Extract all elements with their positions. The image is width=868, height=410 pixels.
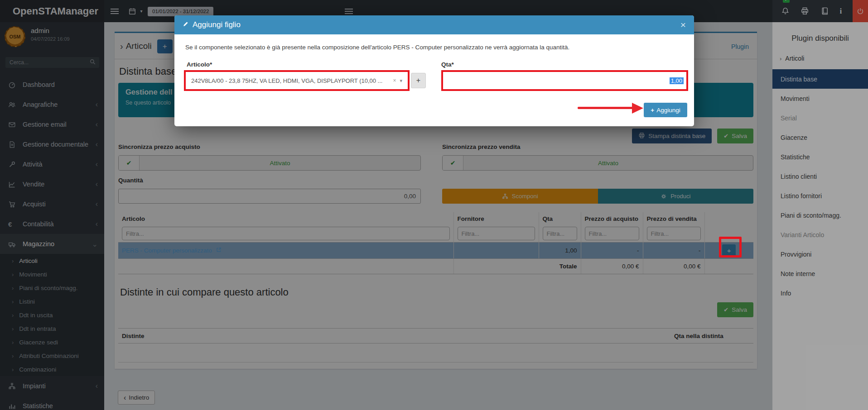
modal-backdrop-right: [772, 0, 868, 410]
modal-header: Aggiungi figlio ×: [174, 15, 694, 34]
pencil-icon: [183, 21, 189, 29]
modal-message: Se il componente selezionato è già prese…: [185, 44, 569, 51]
aggiungi-figlio-modal: Aggiungi figlio × Se il componente selez…: [174, 15, 694, 126]
articolo-select[interactable]: 242V8LA/00 - 23,8 75HZ, VA LED, HDMI, VG…: [184, 70, 410, 91]
select-caret-icon: ▾: [400, 78, 402, 84]
aggiungi-label: Aggiungi: [656, 107, 680, 114]
plus-icon: +: [651, 107, 654, 114]
qta-input-value: 1,00: [670, 77, 684, 84]
new-article-button[interactable]: +: [411, 73, 426, 88]
annotation-arrow-line: [578, 107, 633, 109]
clear-selection-icon[interactable]: ×: [393, 77, 396, 84]
qta-label: Qta*: [441, 61, 454, 68]
modal-title: Aggiungi figlio: [193, 20, 241, 29]
modal-close-icon[interactable]: ×: [680, 19, 686, 30]
aggiungi-button[interactable]: + Aggiungi: [644, 103, 687, 117]
application-window: OpenSTAManager ▾ 01/01/2022 - 31/12/2022…: [0, 0, 868, 410]
annotation-arrow-head: [632, 103, 643, 114]
articolo-label: Articolo*: [187, 61, 212, 68]
qta-input[interactable]: 1,00: [441, 70, 688, 91]
annotation-box-row-add: [719, 237, 742, 257]
articolo-select-value: 242V8LA/00 - 23,8 75HZ, VA LED, HDMI, VG…: [186, 77, 392, 84]
